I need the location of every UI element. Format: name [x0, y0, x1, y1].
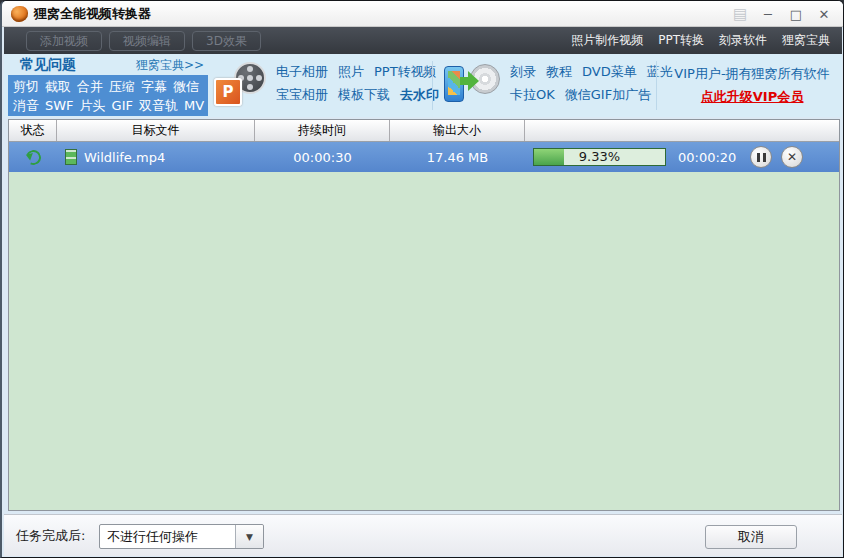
- chevron-down-icon[interactable]: ▼: [235, 525, 263, 548]
- app-logo-icon: [11, 6, 28, 22]
- promo-strip: 常见问题 狸窝宝典>> 剪切 截取 合并 压缩 字幕 微信 消音 SWF 片头 …: [4, 54, 842, 117]
- faq-link[interactable]: 剪切: [13, 77, 39, 96]
- faq-link[interactable]: 片头: [80, 96, 106, 115]
- link-template-download[interactable]: 模板下载: [338, 83, 390, 106]
- after-task-label: 任务完成后:: [16, 515, 85, 556]
- add-video-button[interactable]: 添加视频: [26, 31, 102, 51]
- link-photo[interactable]: 照片: [338, 60, 364, 83]
- progress-percent-label: 9.33%: [534, 149, 665, 165]
- header-empty: [525, 120, 839, 141]
- video-file-icon: [65, 149, 77, 165]
- link-remove-watermark[interactable]: 去水印: [400, 83, 439, 106]
- size-cell: 17.46 MB: [390, 150, 525, 165]
- link-photo-to-video[interactable]: 照片制作视频: [571, 32, 643, 49]
- link-tutorial[interactable]: 教程: [546, 60, 572, 83]
- link-ppt-convert[interactable]: PPT转换: [658, 32, 704, 49]
- header-output-size[interactable]: 输出大小: [390, 120, 525, 141]
- faq-link[interactable]: 截取: [45, 77, 71, 96]
- link-leawo-baodian[interactable]: 狸窝宝典: [782, 32, 830, 49]
- link-wechat-gif-ad[interactable]: 微信GIF加广告: [565, 83, 651, 106]
- file-name: Wildlife.mp4: [84, 150, 165, 165]
- promo-divider: [432, 61, 433, 110]
- duration-cell: 00:00:30: [255, 150, 390, 165]
- table-row[interactable]: Wildlife.mp4 00:00:30 17.46 MB 9.33% 00:…: [9, 142, 839, 172]
- 3d-effect-button[interactable]: 3D效果: [192, 31, 261, 51]
- status-cell: [9, 150, 57, 165]
- faq-link[interactable]: 字幕: [141, 77, 167, 96]
- toolbar: 添加视频 视频编辑 3D效果 照片制作视频 PPT转换 刻录软件 狸窝宝典: [4, 27, 842, 54]
- faq-link[interactable]: 双音轨: [139, 96, 178, 115]
- toolbar-links: 照片制作视频 PPT转换 刻录软件 狸窝宝典: [571, 32, 830, 49]
- title-bar: 狸窝全能视频转换器 ▤ ─ □ ✕: [2, 1, 843, 27]
- faq-more-link[interactable]: 狸窝宝典>>: [136, 57, 204, 74]
- link-karaoke[interactable]: 卡拉OK: [510, 83, 555, 106]
- faq-link[interactable]: SWF: [45, 96, 74, 115]
- elapsed-time: 00:00:20: [678, 150, 738, 165]
- faq-link[interactable]: GIF: [112, 96, 133, 115]
- link-burn-software[interactable]: 刻录软件: [719, 32, 767, 49]
- faq-link[interactable]: 消音: [13, 96, 39, 115]
- faq-link[interactable]: 压缩: [109, 77, 135, 96]
- remove-task-button[interactable]: ✕: [781, 146, 803, 168]
- pause-icon: [757, 153, 766, 162]
- window-controls: ▤ ─ □ ✕: [731, 1, 833, 27]
- faq-link[interactable]: 合并: [77, 77, 103, 96]
- faq-link[interactable]: MV: [184, 96, 204, 115]
- link-burn[interactable]: 刻录: [510, 60, 536, 83]
- header-duration[interactable]: 持续时间: [255, 120, 390, 141]
- faq-title: 常见问题: [20, 56, 76, 74]
- after-task-selected-value: 不进行任何操作: [100, 525, 235, 548]
- window-menu-icon[interactable]: ▤: [731, 5, 749, 23]
- header-target-file[interactable]: 目标文件: [57, 120, 255, 141]
- progress-bar: 9.33%: [533, 148, 666, 166]
- minimize-button[interactable]: ─: [759, 5, 777, 23]
- video-converter-icon: [442, 60, 500, 108]
- app-window: 狸窝全能视频转换器 ▤ ─ □ ✕ 添加视频 视频编辑 3D效果 照片制作视频 …: [0, 0, 844, 558]
- faq-panel: 常见问题 狸窝宝典>> 剪切 截取 合并 压缩 字幕 微信 消音 SWF 片头 …: [8, 55, 208, 116]
- burn-promo-block: 刻录 教程 DVD菜单 蓝光 卡拉OK 微信GIF加广告: [442, 60, 673, 108]
- edit-video-button[interactable]: 视频编辑: [109, 31, 185, 51]
- progress-cell: 9.33% 00:00:20 ✕: [525, 146, 839, 168]
- ppt-promo-block: P 电子相册 照片 PPT转视频 宝宝相册 模板下载 去水印: [214, 60, 439, 108]
- link-dvd-menu[interactable]: DVD菜单: [582, 60, 637, 83]
- cancel-button[interactable]: 取消: [705, 525, 797, 549]
- faq-links-box: 剪切 截取 合并 压缩 字幕 微信 消音 SWF 片头 GIF 双音轨 MV: [8, 75, 208, 116]
- close-button[interactable]: ✕: [815, 5, 833, 23]
- after-task-dropdown[interactable]: 不进行任何操作 ▼: [99, 524, 264, 549]
- powerpoint-icon: P: [214, 78, 242, 106]
- faq-link[interactable]: 微信: [173, 77, 199, 96]
- pause-button[interactable]: [750, 146, 772, 168]
- vip-upgrade-link[interactable]: 点此升级VIP会员: [662, 85, 842, 108]
- promo-divider: [656, 61, 657, 110]
- task-list-header: 状态 目标文件 持续时间 输出大小: [9, 120, 839, 142]
- file-cell: Wildlife.mp4: [57, 149, 255, 165]
- footer-bar: 任务完成后: 不进行任何操作 ▼ 取消: [4, 514, 842, 556]
- link-e-album[interactable]: 电子相册: [276, 60, 328, 83]
- link-ppt-to-video[interactable]: PPT转视频: [374, 60, 437, 83]
- task-list: 状态 目标文件 持续时间 输出大小 Wildlife.mp4 00:00:30 …: [8, 119, 840, 511]
- window-title: 狸窝全能视频转换器: [34, 1, 151, 27]
- link-baby-album[interactable]: 宝宝相册: [276, 83, 328, 106]
- vip-panel: VIP用户-拥有狸窝所有软件 点此升级VIP会员: [662, 62, 842, 108]
- maximize-button[interactable]: □: [787, 5, 805, 23]
- header-status[interactable]: 状态: [9, 120, 57, 141]
- vip-text: VIP用户-拥有狸窝所有软件: [662, 62, 842, 85]
- converting-status-icon: [23, 147, 42, 166]
- ppt-video-icon: P: [214, 60, 266, 108]
